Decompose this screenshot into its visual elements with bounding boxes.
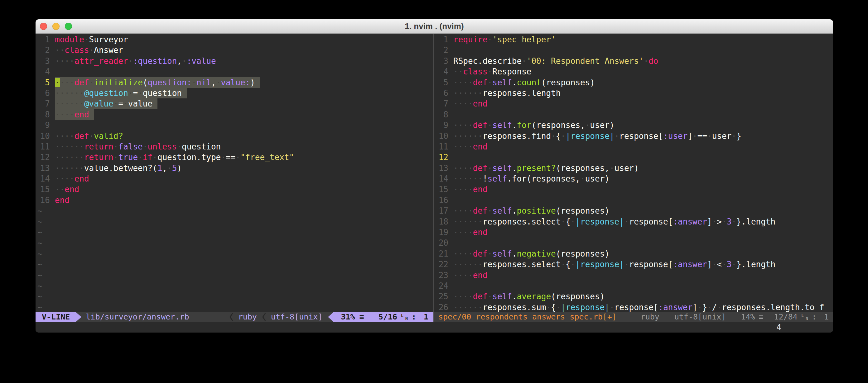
code-token: · bbox=[128, 56, 133, 66]
code-token: · bbox=[570, 260, 576, 269]
code-token: initialize bbox=[94, 78, 143, 87]
code-token: , bbox=[211, 78, 216, 87]
code-text: ····def·initialize(question:·nil,·value:… bbox=[55, 77, 260, 88]
code-line[interactable]: 15··end bbox=[35, 184, 433, 195]
close-button[interactable] bbox=[40, 23, 47, 30]
code-token: · bbox=[488, 249, 493, 258]
code-token: ···· bbox=[453, 142, 473, 151]
code-line[interactable]: 13······value.between?(1,·5) bbox=[35, 163, 433, 173]
code-text: ··class·Answer bbox=[55, 45, 123, 56]
code-line[interactable]: 19····end bbox=[434, 227, 833, 238]
code-line[interactable]: 16 bbox=[434, 195, 833, 206]
code-token: (responses) bbox=[551, 292, 604, 301]
code-line[interactable]: 14····end bbox=[35, 173, 433, 184]
code-line[interactable]: 4··class·Response bbox=[434, 66, 833, 77]
empty-buffer-line: ~ bbox=[35, 281, 433, 291]
code-line[interactable]: 10····def·valid? bbox=[35, 131, 433, 141]
code-line[interactable]: 3····attr_reader·:question,·:value bbox=[35, 56, 433, 66]
code-line[interactable]: 15····end bbox=[434, 184, 833, 195]
code-token: end bbox=[55, 196, 69, 205]
code-token: . bbox=[512, 78, 517, 87]
code-line[interactable]: 21····def·self.negative(responses) bbox=[434, 248, 833, 259]
code-token: = bbox=[119, 99, 123, 108]
code-line[interactable]: 3RSpec.describe·'00: Respondent Answers'… bbox=[434, 56, 833, 66]
code-token: .for(responses, bbox=[507, 174, 580, 183]
code-token: ······ bbox=[453, 89, 483, 98]
code-token: , bbox=[177, 56, 182, 66]
code-token: self bbox=[492, 164, 512, 173]
code-line[interactable]: 24 bbox=[434, 281, 833, 291]
code-token: end bbox=[65, 185, 79, 194]
code-token: ···· bbox=[453, 120, 473, 130]
line-number: 4 bbox=[434, 66, 448, 77]
code-line[interactable]: 12 bbox=[434, 152, 833, 163]
code-line[interactable]: 9 bbox=[35, 120, 433, 131]
empty-buffer-line: ~ bbox=[35, 206, 433, 216]
code-line[interactable]: 7····end bbox=[434, 98, 833, 109]
code-text: ····def·self.present?(responses,·user) bbox=[453, 163, 639, 173]
code-line[interactable]: 8 bbox=[434, 109, 833, 120]
code-line[interactable]: 11······return·false·unless·question bbox=[35, 141, 433, 152]
code-line[interactable]: 18······responses.select·{·|response|·re… bbox=[434, 216, 833, 227]
code-line[interactable]: 22······responses.select·{·|response|·re… bbox=[434, 259, 833, 270]
code-token: · bbox=[698, 303, 703, 312]
code-line[interactable]: 6······responses.length bbox=[434, 88, 833, 98]
code-line[interactable]: 6······@question·=·question bbox=[35, 88, 433, 98]
code-text: ······value.between?(1,·5) bbox=[55, 163, 182, 173]
code-token: def bbox=[74, 131, 89, 141]
code-line[interactable]: 2 bbox=[434, 45, 833, 56]
code-line[interactable]: 8····end bbox=[35, 109, 433, 120]
code-line[interactable]: 11····end bbox=[434, 141, 833, 152]
code-token: · bbox=[138, 89, 143, 98]
code-line[interactable]: 12······return·true·if·question.type·==·… bbox=[35, 152, 433, 163]
code-token: ···· bbox=[453, 228, 473, 237]
code-token: ···· bbox=[453, 206, 473, 215]
code-token: . bbox=[512, 206, 517, 215]
tilde-marker: ~ bbox=[35, 216, 42, 227]
editor-splits: 1module·Surveyor2··class·Answer3····attr… bbox=[35, 34, 833, 322]
code-line[interactable]: 9····def·self.for(responses,·user) bbox=[434, 120, 833, 131]
code-token: ······ bbox=[55, 152, 84, 162]
line-number: 20 bbox=[434, 238, 448, 248]
code-token: ···· bbox=[453, 271, 473, 280]
code-line[interactable]: 20 bbox=[434, 238, 833, 248]
code-line[interactable]: 23····end bbox=[434, 270, 833, 281]
code-token: self bbox=[492, 292, 512, 301]
code-token: class bbox=[463, 67, 487, 76]
code-line[interactable]: 5····def·self.count(responses) bbox=[434, 77, 833, 88]
code-token: · bbox=[561, 260, 565, 269]
line-number: 15 bbox=[35, 184, 50, 195]
code-line[interactable]: 10······responses.find·{·|response|·resp… bbox=[434, 131, 833, 141]
code-line[interactable]: 16end bbox=[35, 195, 433, 206]
code-line[interactable]: 7······@value·=·value bbox=[35, 98, 433, 109]
powerline-arrow-icon bbox=[328, 312, 333, 322]
minimize-button[interactable] bbox=[52, 23, 60, 30]
code-line[interactable]: 4 bbox=[35, 66, 433, 77]
code-token: self bbox=[492, 120, 512, 130]
code-token: · bbox=[692, 131, 698, 141]
window-title: 1. nvim . (nvim) bbox=[405, 22, 464, 31]
code-line[interactable]: 5····def·initialize(question:·nil,·value… bbox=[35, 77, 433, 88]
left-editor-buffer[interactable]: 1module·Surveyor2··class·Answer3····attr… bbox=[35, 34, 433, 312]
code-line[interactable]: 1module·Surveyor bbox=[35, 34, 433, 45]
code-line[interactable]: 26······responses.sum·{·|response|·respo… bbox=[434, 302, 833, 312]
code-text: ······!self.for(responses,·user) bbox=[453, 173, 610, 184]
left-pane: 1module·Surveyor2··class·Answer3····attr… bbox=[35, 34, 433, 322]
code-line[interactable]: 14······!self.for(responses,·user) bbox=[434, 173, 833, 184]
code-token: · bbox=[488, 206, 493, 215]
code-token: 1 bbox=[157, 164, 162, 173]
code-token: ···· bbox=[55, 131, 74, 141]
left-encoding: utf-8[unix] bbox=[271, 312, 323, 322]
right-statusline: spec/00_respondents_answers_spec.rb[+] r… bbox=[434, 312, 833, 322]
window-titlebar[interactable]: 1. nvim . (nvim) bbox=[35, 19, 833, 34]
code-token: , bbox=[162, 164, 167, 173]
code-line[interactable]: 2··class·Answer bbox=[35, 45, 433, 56]
code-line[interactable]: 1require·'spec_helper' bbox=[434, 34, 833, 45]
lines-icon: ≡ bbox=[759, 312, 764, 322]
code-line[interactable]: 17····def·self.positive(responses) bbox=[434, 206, 833, 216]
zoom-button[interactable] bbox=[65, 23, 72, 30]
right-editor-buffer[interactable]: 1require·'spec_helper'23RSpec.describe·'… bbox=[434, 34, 833, 312]
code-line[interactable]: 13····def·self.present?(responses,·user) bbox=[434, 163, 833, 173]
code-line[interactable]: 25····def·self.average(responses) bbox=[434, 291, 833, 302]
command-line[interactable]: 4 bbox=[35, 322, 833, 333]
